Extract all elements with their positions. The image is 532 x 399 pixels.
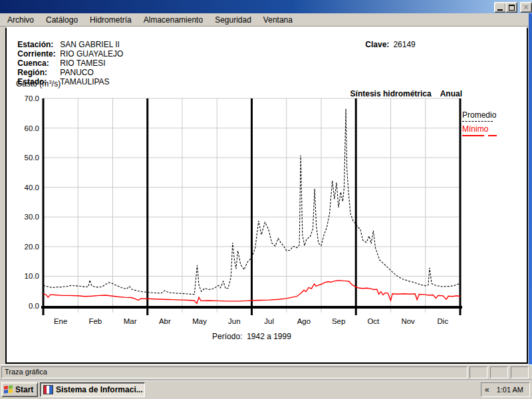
legend-minimo-label: Mínimo bbox=[462, 124, 497, 134]
app-icon bbox=[43, 385, 53, 394]
legend-promedio-label: Promedio bbox=[462, 110, 497, 120]
period-label: Período: 1942 a 1999 bbox=[43, 332, 460, 341]
status-cell bbox=[469, 366, 487, 378]
y-axis-title: Gasto (m3/s) bbox=[16, 79, 61, 88]
title-bar[interactable]: Sistema de Información de Aguas Superfic… bbox=[0, 0, 532, 13]
menu-bar: Archivo Catálogo Hidrometría Almacenamie… bbox=[0, 13, 532, 27]
minimize-button[interactable] bbox=[494, 2, 506, 13]
station-value: TAMAULIPAS bbox=[60, 77, 109, 86]
clave-value: 26149 bbox=[393, 40, 415, 49]
menu-catalogo[interactable]: Catálogo bbox=[40, 14, 84, 26]
chart-frame-right bbox=[527, 28, 528, 364]
status-cell bbox=[511, 366, 529, 378]
close-icon: × bbox=[523, 3, 528, 11]
chart-frame-left bbox=[5, 28, 7, 364]
start-label: Start bbox=[15, 385, 33, 394]
menu-almacenamiento[interactable]: Almacenamiento bbox=[138, 14, 209, 26]
gasto-suffix: /s) bbox=[52, 79, 61, 88]
status-message-panel: Traza gráfica bbox=[1, 366, 467, 378]
system-tray: « 1:01 AM bbox=[481, 382, 530, 397]
chart-frame-bottom bbox=[5, 362, 528, 364]
tray-clock: 1:01 AM bbox=[493, 386, 529, 394]
start-button[interactable]: Start bbox=[1, 382, 38, 397]
minimize-icon bbox=[497, 9, 503, 11]
menu-archivo[interactable]: Archivo bbox=[1, 14, 40, 26]
legend-minimo-line-sample bbox=[462, 135, 497, 136]
restore-icon bbox=[509, 5, 515, 11]
restore-button[interactable] bbox=[505, 2, 517, 13]
window-border-right bbox=[529, 13, 532, 379]
menu-ventana[interactable]: Ventana bbox=[257, 14, 299, 26]
status-text: Traza gráfica bbox=[5, 368, 47, 376]
taskbar-app-button[interactable]: Sistema de Informaci... bbox=[40, 382, 145, 397]
synthesis-label: Síntesis hidrométrica bbox=[350, 89, 432, 98]
clave-field: Clave:26149 bbox=[356, 31, 416, 59]
close-button[interactable]: × bbox=[520, 2, 532, 13]
clave-label: Clave: bbox=[365, 40, 389, 49]
legend-promedio-line-sample bbox=[462, 121, 493, 122]
status-cell bbox=[490, 366, 508, 378]
taskbar-app-label: Sistema de Informaci... bbox=[56, 385, 143, 394]
windows-logo-icon bbox=[4, 385, 13, 394]
menu-seguridad[interactable]: Seguridad bbox=[209, 14, 257, 26]
application-window: Sistema de Información de Aguas Superfic… bbox=[0, 0, 532, 399]
chart-legend: Promedio Mínimo bbox=[462, 110, 497, 136]
gasto-prefix: Gasto (m bbox=[16, 79, 49, 88]
tray-chevron-button[interactable]: « bbox=[485, 385, 489, 394]
period-type-label: Anual bbox=[440, 89, 462, 98]
menu-hidrometria[interactable]: Hidrometría bbox=[84, 14, 138, 26]
chart-title: Síntesis hidrométricaAnual bbox=[341, 80, 462, 108]
